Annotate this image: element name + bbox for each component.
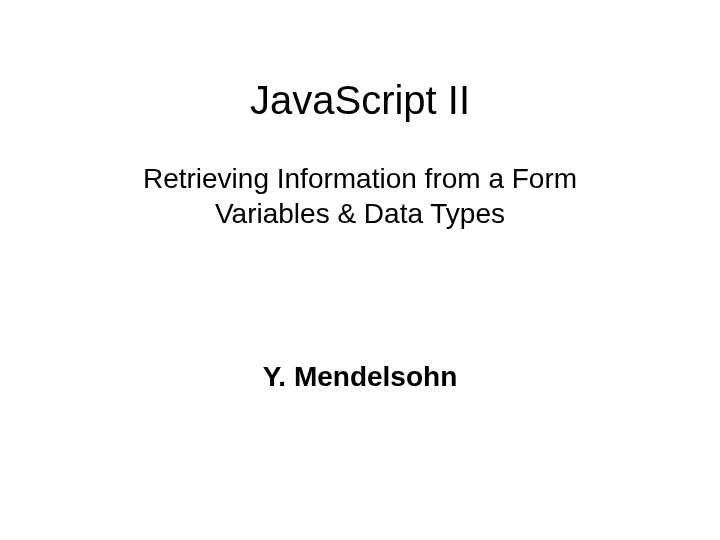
slide-subtitle: Retrieving Information from a Form Varia… <box>143 161 577 231</box>
slide-author: Y. Mendelsohn <box>263 361 457 393</box>
subtitle-line-2: Variables & Data Types <box>143 196 577 231</box>
slide-title: JavaScript II <box>250 78 470 123</box>
subtitle-line-1: Retrieving Information from a Form <box>143 161 577 196</box>
slide-container: JavaScript II Retrieving Information fro… <box>0 0 720 540</box>
